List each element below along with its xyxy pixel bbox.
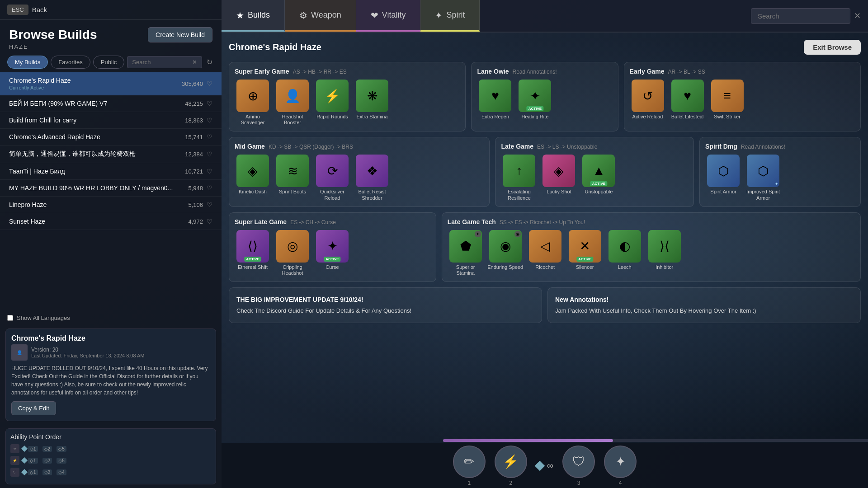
build-list-item[interactable]: БЕЙ И БЕГИ (90% WR GAME) V7 48,215 ♡ [0,95,222,112]
active-badge-unstoppable: ACTIVE [590,181,607,186]
item-icon-silencer: ✕ ACTIVE [569,230,601,263]
heart-icon[interactable]: ♡ [207,80,212,87]
search-input[interactable] [132,59,192,66]
build-description: HUGE UPDATE ROLLED OUT 9/10/24, I spent … [11,364,210,397]
build-list-item[interactable]: MY HAZE BUILD 90% WR HR LOBBY ONLY / mag… [0,180,222,197]
builds-tab-icon: ★ [236,10,244,21]
refresh-button[interactable]: ↻ [205,58,214,66]
item-healing-rite[interactable]: ✦ ACTIVE Healing Rite [517,80,553,120]
exit-browse-button[interactable]: Exit Browse [804,40,861,55]
build-score: 5,948 [188,185,203,192]
heart-icon[interactable]: ♡ [207,168,212,175]
item-icon-lucky-shot: ◈ [542,155,575,187]
item-ethereal-shift[interactable]: ⟨⟩ ACTIVE Ethereal Shift [235,230,271,276]
build-list-item[interactable]: Build from Chill for carry 18,363 ♡ [0,112,222,129]
item-extra-stamina[interactable]: ❋ Extra Stamina [354,80,390,126]
section-row-2: Mid Game KD -> SB -> QSR (Dagger) -> BRS… [229,137,861,206]
heart-icon[interactable]: ♡ [207,150,212,158]
item-headshot-booster[interactable]: 👤 Headshot Booster [274,80,311,126]
tab-my-builds[interactable]: My Builds [7,56,48,69]
active-badge-curse: ACTIVE [324,257,340,262]
build-item-name: Linepro Haze [9,201,188,208]
section-spirit-dmg-annotation: Read Annotations! [741,144,785,150]
build-list-item[interactable]: Linepro Haze 5,106 ♡ [0,197,222,213]
char-button-2[interactable]: ⚡ [495,446,527,478]
item-bullet-lifesteal[interactable]: ♥ Bullet Lifesteal [670,80,706,120]
char-button-4[interactable]: ✦ [604,446,637,478]
super-early-items: ⊕ Ammo Scavenger 👤 Headshot Booster ⚡ Ra… [235,80,460,126]
build-item-right: 48,215 ♡ [185,100,212,107]
copy-edit-button[interactable]: Copy & Edit [11,401,56,415]
section-early-game-header: Early Game AR -> BL -> SS [630,68,855,75]
lvl-mark: ◇2 [42,458,52,464]
build-score: 12,384 [185,151,203,158]
heart-icon[interactable]: ♡ [207,184,212,192]
item-icon-escalating-resilience: ↑ [503,155,535,187]
item-spirit-armor[interactable]: ⬡ Spirit Armor [705,155,741,201]
esc-button[interactable]: ESC [7,5,28,15]
char-button-3[interactable]: 🛡 [562,446,595,478]
item-unstoppable[interactable]: ▲ ACTIVE Unstoppable [580,155,617,201]
build-item-right: 5,948 ♡ [188,184,212,192]
item-label-extra-stamina: Extra Stamina [356,114,387,120]
main-search-input[interactable] [751,8,850,24]
tab-favorites[interactable]: Favorites [51,56,90,69]
item-label-rapid-rounds: Rapid Rounds [316,114,348,120]
main-search-close-button[interactable]: ✕ [854,11,861,21]
build-list-item[interactable]: Chrome's Advanced Rapid Haze 15,741 ♡ [0,129,222,145]
clear-icon[interactable]: ✕ [192,59,197,66]
item-silencer[interactable]: ✕ ACTIVE Silencer [567,230,603,276]
section-super-late-path: ES -> CH -> Curse [290,219,336,225]
item-rapid-rounds[interactable]: ⚡ Rapid Rounds [314,80,350,126]
item-improved-spirit-armor[interactable]: ⬡ ✦ Improved Spirit Armor [745,155,781,201]
item-active-reload[interactable]: ↺ Active Reload [630,80,666,120]
item-extra-regen[interactable]: ♥ Extra Regen [477,80,513,120]
tab-public[interactable]: Public [93,56,124,69]
create-new-build-button[interactable]: Create New Build [148,27,212,42]
heart-icon[interactable]: ♡ [207,201,212,208]
item-inhibitor[interactable]: ⟩⟨ Inhibitor [646,230,683,276]
info-banner-update-text: Check The Discord Guide For Update Detai… [236,306,534,315]
item-bullet-resist-shredder[interactable]: ❖ Bullet Resist Shredder [354,155,390,201]
heart-icon[interactable]: ♡ [207,133,212,141]
item-label-healing-rite: Healing Rite [522,114,549,120]
item-icon-inhibitor: ⟩⟨ [648,230,681,263]
item-enduring-speed[interactable]: ◉ ◉ Enduring Speed [487,230,524,276]
item-quicksilver-reload[interactable]: ⟳ Quicksilver Reload [314,155,350,201]
weapon-tab-icon: ⚙ [299,10,307,21]
char-button-1[interactable]: ✏ [453,446,486,478]
item-kinetic-dash[interactable]: ◈ Kinetic Dash [235,155,271,201]
show-all-languages-checkbox[interactable] [7,315,13,321]
item-crippling-headshot[interactable]: ◎ Crippling Headshot [274,230,311,276]
extra-icons: ∞ [536,460,553,471]
item-ricochet[interactable]: ◁ Ricochet [527,230,563,276]
tab-weapon[interactable]: ⚙ Weapon [285,0,356,32]
build-info-box: Chrome's Rapid Haze 👤 Version: 20 Last U… [5,328,216,421]
item-leech[interactable]: ◐ Leech [607,230,643,276]
build-list-item[interactable]: ТааnTi | Haze Билд 10,721 ♡ [0,163,222,180]
build-list-item[interactable]: Chrome's Rapid Haze Currently Active 305… [0,72,222,95]
item-curse[interactable]: ✦ ACTIVE Curse [314,230,350,276]
build-list-item[interactable]: 简单无脑，通俗易懂，谁都可以成为轮椅双枪 12,384 ♡ [0,145,222,163]
build-list-item[interactable]: Sunset Haze 4,972 ♡ [0,213,222,230]
item-superior-stamina[interactable]: ⬟ ✦ Superior Stamina [448,230,484,276]
ability-order-title: Ability Point Order [10,433,211,441]
tab-spirit[interactable]: ✦ Spirit [420,0,480,32]
item-sprint-boots[interactable]: ≋ Sprint Boots [274,155,311,201]
item-escalating-resilience[interactable]: ↑ Escalating Resilience [501,155,537,201]
heart-icon[interactable]: ♡ [207,100,212,107]
back-button[interactable]: Back [32,6,47,14]
search-box[interactable]: ✕ [127,56,202,68]
main-topbar: ★ Builds ⚙ Weapon ❤ Vitality ✦ Spirit ✕ [222,0,868,33]
item-swift-striker[interactable]: ≡ Swift Striker [709,80,745,120]
lane-owie-items: ♥ Extra Regen ✦ ACTIVE Healing Rite [477,80,612,120]
item-ammo-scavenger[interactable]: ⊕ Ammo Scavenger [235,80,271,126]
active-badge-ethereal-shift: ACTIVE [244,257,261,262]
tab-builds[interactable]: ★ Builds [222,0,285,32]
item-icon-swift-striker: ≡ [711,80,744,112]
heart-icon[interactable]: ♡ [207,218,212,225]
sections-grid: Super Early Game AS -> HB -> RR -> ES ⊕ … [229,62,861,323]
tab-vitality[interactable]: ❤ Vitality [356,0,421,32]
heart-icon[interactable]: ♡ [207,117,212,124]
item-lucky-shot[interactable]: ◈ Lucky Shot [541,155,577,201]
